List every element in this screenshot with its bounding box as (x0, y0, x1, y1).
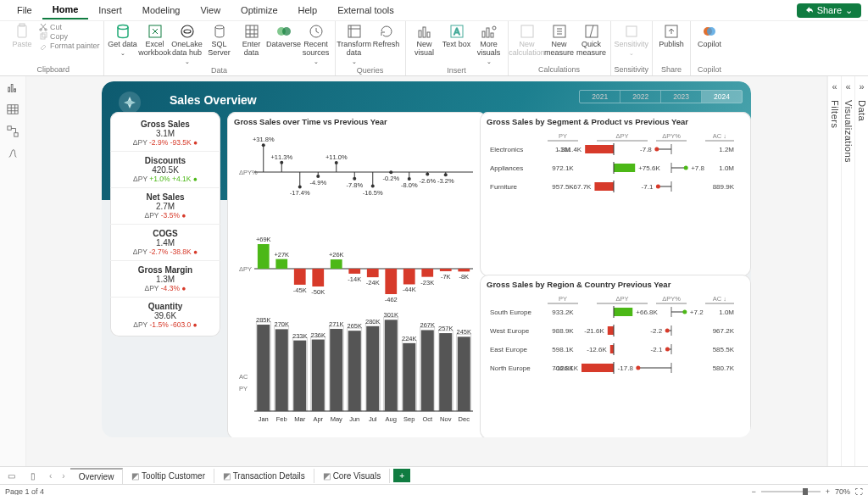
svg-point-23 (492, 26, 496, 30)
copilot-button[interactable]: Copilot (694, 23, 725, 49)
page-prev[interactable]: ‹ (44, 471, 57, 481)
add-page-button[interactable]: + (393, 469, 410, 482)
onelake-button[interactable]: OneLake data hub⌄ (172, 23, 203, 64)
new-measure-button[interactable]: New measure (544, 23, 575, 58)
tab-core-visuals[interactable]: ◩ Core Visuals (314, 469, 390, 483)
recent-sources-button[interactable]: Recent sources⌄ (301, 23, 331, 64)
year-2022[interactable]: 2022 (620, 91, 661, 103)
tab-overview[interactable]: Overview (70, 468, 124, 484)
new-visual-button[interactable]: New visual (409, 23, 440, 58)
tab-transaction-details[interactable]: ◩ Transaction Details (214, 469, 314, 483)
refresh-button[interactable]: Refresh (371, 23, 402, 49)
svg-text:Dec: Dec (459, 415, 470, 423)
menu-external-tools[interactable]: External tools (327, 2, 404, 19)
share-button[interactable]: Share ⌄ (797, 3, 861, 18)
segment-chart-card[interactable]: Gross Sales by Segment & Product vs Prev… (480, 112, 751, 276)
desktop-layout-icon[interactable]: ▭ (0, 471, 22, 481)
time-chart-card[interactable]: Gross Sales over Time vs Previous Year Δ… (227, 112, 487, 437)
page-next[interactable]: › (57, 471, 70, 481)
kpi-card[interactable]: Net Sales2.7MΔPY -3.5% ● (110, 188, 220, 225)
svg-rect-82 (331, 259, 342, 269)
format-painter-button[interactable]: Format painter (39, 42, 100, 50)
fit-page-icon[interactable]: ⛶ (855, 487, 863, 495)
collapse-icon[interactable]: » (859, 80, 864, 93)
ribbon: Paste Cut Copy Format painter Clipboard … (0, 21, 868, 76)
excel-workbook-button[interactable]: Excel workbook (140, 23, 170, 58)
region-chart-card[interactable]: Gross Sales by Region & Country Previous… (480, 275, 751, 437)
svg-text:-2.6%: -2.6% (419, 177, 436, 185)
visualizations-pane[interactable]: « Visualizations (841, 76, 854, 466)
dax-view-icon[interactable] (7, 147, 19, 161)
cut-button[interactable]: Cut (39, 23, 100, 31)
svg-text:233K: 233K (292, 332, 308, 340)
menu-file[interactable]: File (7, 2, 42, 19)
zoom-out[interactable]: − (751, 487, 755, 495)
svg-text:AC ↓: AC ↓ (713, 132, 726, 140)
mobile-layout-icon[interactable]: ▯ (22, 471, 44, 481)
sql-server-button[interactable]: SQL Server (204, 23, 235, 58)
svg-text:PY: PY (559, 132, 567, 140)
collapse-icon[interactable]: « (832, 80, 837, 93)
svg-text:-7.1: -7.1 (642, 183, 654, 191)
svg-point-61 (389, 170, 392, 174)
kpi-cards: Gross Sales3.1MΔPY -2.9% -93.5K ●Discoun… (110, 112, 220, 336)
svg-text:-2.2: -2.2 (650, 327, 662, 335)
report-canvas[interactable]: Sales Overview 2021 2022 2023 2024 Gross… (26, 76, 826, 466)
ribbon-group-calc: New calculation New measure Quick measur… (509, 21, 611, 75)
year-slicer[interactable]: 2021 2022 2023 2024 (579, 90, 743, 103)
kpi-card[interactable]: Discounts420.5KΔPY +1.0% +4.1K ● (110, 152, 220, 188)
svg-rect-84 (348, 269, 360, 274)
kpi-card[interactable]: COGS1.4MΔPY -2.7% -38.8K ● (110, 225, 220, 261)
filters-pane[interactable]: « Filters (827, 76, 841, 466)
svg-text:+27K: +27K (274, 251, 289, 259)
svg-rect-112 (330, 329, 342, 411)
quick-measure-button[interactable]: Quick measure (576, 23, 607, 58)
enter-data-button[interactable]: Enter data (236, 23, 267, 58)
get-data-button[interactable]: Get data⌄ (108, 23, 138, 57)
svg-text:-21.6K: -21.6K (584, 327, 604, 335)
svg-rect-31 (8, 87, 10, 92)
svg-point-67 (426, 173, 429, 176)
data-pane[interactable]: » Data (854, 76, 868, 466)
share-icon (805, 6, 814, 14)
text-box-button[interactable]: AText box (442, 23, 472, 49)
year-2021[interactable]: 2021 (580, 91, 620, 103)
publish-button[interactable]: Publish (656, 23, 687, 49)
year-2024[interactable]: 2024 (702, 91, 742, 103)
svg-text:Sep: Sep (403, 415, 415, 423)
menu-home[interactable]: Home (42, 1, 89, 19)
svg-rect-32 (11, 85, 13, 92)
transform-data-button[interactable]: Transform data⌄ (339, 23, 370, 64)
menu-view[interactable]: View (190, 2, 231, 19)
menu-insert[interactable]: Insert (88, 2, 132, 19)
menu-help[interactable]: Help (288, 2, 328, 19)
svg-rect-21 (487, 28, 489, 37)
menu-modeling[interactable]: Modeling (132, 2, 191, 19)
dataverse-button[interactable]: Dataverse (269, 23, 299, 49)
copy-button[interactable]: Copy (39, 32, 100, 41)
kpi-card[interactable]: Gross Margin1.3MΔPY -4.3% ● (110, 261, 220, 298)
svg-text:-44K: -44K (403, 286, 416, 293)
svg-text:+11.3%: +11.3% (270, 153, 292, 161)
report-view-icon[interactable] (7, 81, 19, 95)
more-visuals-button[interactable]: More visuals⌄ (474, 23, 504, 64)
paste-button[interactable]: Paste (7, 23, 37, 49)
year-2023[interactable]: 2023 (661, 91, 702, 103)
svg-text:585.5K: 585.5K (713, 346, 735, 353)
table-view-icon[interactable] (7, 103, 19, 117)
kpi-card[interactable]: Quantity39.6KΔPY -1.5% -603.0 ● (110, 298, 220, 333)
svg-text:-8K: -8K (459, 273, 469, 281)
tab-tooltip-customer[interactable]: ◩ Tooltip Customer (123, 469, 214, 483)
sensitivity-button[interactable]: Sensitivity⌄ (616, 23, 647, 57)
svg-text:Apr: Apr (313, 415, 323, 423)
menu-optimize[interactable]: Optimize (231, 2, 287, 19)
kpi-card[interactable]: Gross Sales3.1MΔPY -2.9% -93.5K ● (110, 115, 220, 152)
zoom-in[interactable]: + (826, 487, 830, 495)
svg-text:+75.6K: +75.6K (638, 164, 660, 172)
collapse-icon[interactable]: « (845, 80, 850, 93)
ribbon-label-calc: Calculations (538, 64, 580, 75)
svg-text:Nov: Nov (440, 415, 452, 423)
model-view-icon[interactable] (7, 125, 19, 139)
zoom-slider[interactable] (761, 491, 821, 492)
chevron-down-icon: ⌄ (845, 5, 853, 16)
